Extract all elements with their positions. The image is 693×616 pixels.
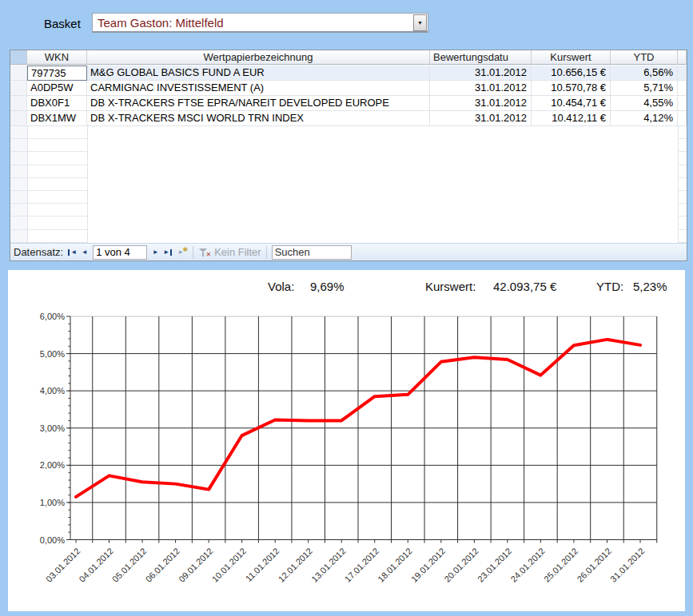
y-axis-tick-label: 4,00% bbox=[40, 386, 65, 395]
previous-record-button[interactable]: ◄ bbox=[78, 246, 90, 258]
cell-name[interactable]: M&G GLOBAL BASICS FUND A EUR bbox=[87, 66, 430, 81]
filter-funnel-icon: ✕ bbox=[198, 247, 211, 258]
table-row: DBX1MWDB X-TRACKERS MSCI WORLD TRN INDEX… bbox=[10, 111, 687, 126]
cell-wkn[interactable]: DBX1MW bbox=[27, 111, 87, 126]
x-axis-tick-label: 26.01.2012 bbox=[575, 546, 612, 583]
x-axis-tick-label: 19.01.2012 bbox=[409, 546, 447, 583]
record-position-input[interactable] bbox=[93, 245, 147, 260]
filter-status-button[interactable]: ✕ Kein Filter bbox=[198, 246, 261, 258]
cell-kurswert[interactable]: 10.454,71 € bbox=[532, 96, 611, 111]
first-record-icon: ◄ bbox=[70, 248, 77, 256]
cell-wkn[interactable]: 797735 bbox=[27, 66, 87, 81]
new-record-button[interactable]: ►✱ bbox=[173, 246, 188, 258]
basket-label: Basket bbox=[44, 17, 81, 30]
empty-wkn-column bbox=[27, 126, 87, 243]
x-axis-tick-label: 31.01.2012 bbox=[608, 546, 646, 583]
x-axis-tick-label: 13.01.2012 bbox=[309, 546, 347, 583]
table-row: A0DP5WCARMIGNAC INVESTISSEMENT (A)31.01.… bbox=[10, 81, 687, 96]
ytd-line-chart: 0,00%1,00%2,00%3,00%4,00%5,00%6,00%03.01… bbox=[8, 270, 685, 611]
kurswert-label: Kurswert: bbox=[425, 280, 476, 293]
cell-ytd[interactable]: 4,12% bbox=[611, 111, 678, 126]
cell-ytd[interactable]: 5,71% bbox=[611, 81, 678, 96]
y-axis-tick-label: 0,00% bbox=[40, 535, 65, 545]
basket-combobox[interactable]: Team Gaston: Mittelfeld ▼ bbox=[92, 13, 428, 33]
y-axis-tick-label: 3,00% bbox=[40, 423, 65, 433]
empty-right-column bbox=[678, 126, 687, 243]
cell-kurswert[interactable]: 10.570,78 € bbox=[532, 81, 611, 96]
cell-datum[interactable]: 31.01.2012 bbox=[430, 81, 532, 96]
x-axis-tick-label: 25.01.2012 bbox=[542, 546, 579, 583]
column-header-datum[interactable]: Bewertungsdatu bbox=[430, 50, 532, 65]
cell-datum[interactable]: 31.01.2012 bbox=[430, 111, 532, 126]
kurswert-value: 42.093,75 € bbox=[493, 280, 556, 293]
cell-wkn[interactable]: DBX0F1 bbox=[27, 96, 87, 111]
cell-ytd[interactable]: 4,55% bbox=[611, 96, 678, 111]
record-navigation-label: Datensatz: bbox=[14, 246, 63, 258]
securities-datasheet: WKNWertpapierbezeichnungBewertungsdatuKu… bbox=[10, 50, 687, 261]
record-selector-cell[interactable] bbox=[10, 66, 27, 81]
navbar-divider bbox=[266, 246, 267, 259]
vola-label: Vola: bbox=[268, 280, 294, 293]
next-record-icon: ► bbox=[153, 248, 159, 256]
filter-status-label: Kein Filter bbox=[214, 246, 261, 258]
record-selector-cell[interactable] bbox=[10, 111, 27, 126]
cell-spacer bbox=[678, 81, 687, 96]
x-axis-tick-label: 12.01.2012 bbox=[277, 546, 314, 583]
cell-name[interactable]: CARMIGNAC INVESTISSEMENT (A) bbox=[87, 81, 430, 96]
x-axis-tick-label: 18.01.2012 bbox=[376, 546, 413, 583]
x-axis-tick-label: 20.01.2012 bbox=[442, 546, 480, 583]
column-header-spacer bbox=[678, 50, 687, 65]
x-axis-tick-label: 23.01.2012 bbox=[476, 546, 513, 583]
cell-spacer bbox=[678, 111, 687, 126]
vola-value: 9,69% bbox=[310, 280, 345, 293]
column-header-wkn[interactable]: WKN bbox=[27, 50, 87, 65]
x-axis-tick-label: 04.01.2012 bbox=[78, 546, 115, 583]
x-axis-tick-label: 03.01.2012 bbox=[44, 546, 82, 583]
y-axis-tick-label: 6,00% bbox=[40, 312, 65, 321]
column-header-kurswert[interactable]: Kurswert bbox=[532, 50, 611, 65]
x-axis-tick-label: 09.01.2012 bbox=[177, 546, 214, 583]
cell-name[interactable]: DB X-TRACKERS MSCI WORLD TRN INDEX bbox=[87, 111, 430, 126]
application-window: Basket Team Gaston: Mittelfeld ▼ WKNWert… bbox=[0, 0, 693, 616]
cell-wkn[interactable]: A0DP5W bbox=[27, 81, 87, 96]
cell-spacer bbox=[678, 66, 687, 81]
navbar-divider bbox=[193, 246, 193, 259]
x-axis-tick-label: 24.01.2012 bbox=[508, 546, 546, 583]
last-record-icon: ► bbox=[163, 248, 169, 256]
record-selector-cell[interactable] bbox=[10, 96, 27, 111]
cell-datum[interactable]: 31.01.2012 bbox=[430, 96, 532, 111]
previous-record-icon: ◄ bbox=[82, 248, 88, 256]
column-header-name[interactable]: Wertpapierbezeichnung bbox=[87, 50, 430, 65]
x-axis-tick-label: 05.01.2012 bbox=[110, 546, 148, 583]
table-row: DBX0F1DB X-TRACKERS FTSE EPRA/NAREIT DEV… bbox=[10, 96, 687, 111]
record-navigation-bar: Datensatz: ◄ ◄ ► ► ►✱ ✕ Kein Filter bbox=[10, 243, 687, 260]
y-axis-tick-label: 1,00% bbox=[40, 498, 65, 507]
combobox-dropdown-button[interactable]: ▼ bbox=[413, 14, 427, 31]
dropdown-arrow-icon: ▼ bbox=[417, 20, 423, 26]
cell-kurswert[interactable]: 10.656,15 € bbox=[532, 66, 611, 81]
column-divider bbox=[87, 126, 88, 243]
new-record-star-icon: ✱ bbox=[182, 246, 188, 253]
ytd-value: 5,23% bbox=[633, 280, 667, 293]
cell-name[interactable]: DB X-TRACKERS FTSE EPRA/NAREIT DEVELOPED… bbox=[87, 96, 430, 111]
empty-record-selector-column bbox=[10, 126, 27, 243]
table-row: 797735M&G GLOBAL BASICS FUND A EUR31.01.… bbox=[10, 66, 687, 81]
last-record-button[interactable]: ► bbox=[161, 246, 173, 258]
cell-ytd[interactable]: 6,56% bbox=[611, 66, 678, 81]
column-header-ytd[interactable]: YTD bbox=[611, 50, 678, 65]
ytd-label: YTD: bbox=[596, 280, 623, 293]
x-axis-tick-label: 11.01.2012 bbox=[244, 546, 281, 583]
y-axis-tick-label: 5,00% bbox=[40, 349, 65, 359]
column-divider bbox=[27, 126, 28, 243]
search-input[interactable] bbox=[272, 245, 352, 260]
record-selector-cell[interactable] bbox=[10, 81, 27, 96]
column-divider bbox=[678, 126, 679, 243]
cell-spacer bbox=[678, 96, 687, 111]
x-axis-tick-label: 17.01.2012 bbox=[343, 546, 380, 583]
x-axis-tick-label: 10.01.2012 bbox=[210, 546, 248, 583]
first-record-button[interactable]: ◄ bbox=[66, 246, 78, 258]
next-record-button[interactable]: ► bbox=[149, 246, 161, 258]
cell-datum[interactable]: 31.01.2012 bbox=[430, 66, 532, 81]
cell-kurswert[interactable]: 10.412,11 € bbox=[532, 111, 611, 126]
y-axis-tick-label: 2,00% bbox=[40, 460, 65, 470]
